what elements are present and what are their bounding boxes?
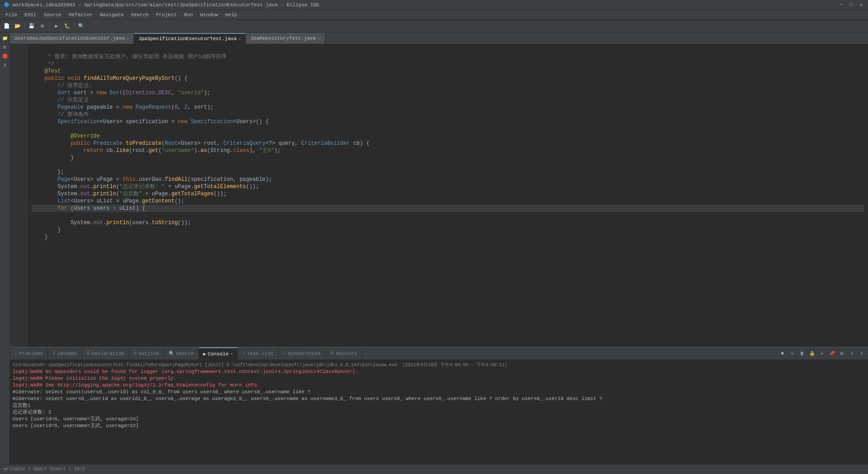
line-numbers [10, 44, 28, 347]
tab-jpaspecification[interactable]: JpaSpecificationExecutorTest.java ✕ [134, 33, 246, 44]
bottom-tab-search[interactable]: 🔍 Search [164, 347, 199, 360]
console-user-line-1: Users [userid=6, username=王武, userage=24… [13, 416, 865, 423]
status-bar: Writable | Smart Insert | 29:5 [0, 464, 868, 474]
open-button[interactable]: 📂 [13, 21, 23, 31]
bottom-tab-label-search: Search [176, 351, 194, 356]
close-button[interactable]: ✕ [858, 2, 864, 8]
declaration-icon: D [87, 351, 90, 356]
close-tab-usersdao[interactable]: ✕ [126, 36, 129, 41]
console-output: <terminated> JpaSpecificationExecutorTes… [10, 360, 868, 464]
editor-area: UsersDaoJpaSpecificationExecutor.java ✕ … [10, 32, 868, 464]
maximize-button[interactable]: □ [848, 2, 854, 8]
console-icon: ▶ [203, 351, 206, 357]
clear-button[interactable]: 🗑 [798, 349, 807, 358]
menu-item-source[interactable]: Source [40, 10, 65, 19]
bottom-tab-console[interactable]: ▶ Console ✕ [199, 347, 238, 360]
bottom-tab-label-console: Console [208, 351, 229, 357]
bottom-tab-history[interactable]: ⏱ History [325, 347, 362, 360]
menu-item-file[interactable]: File [2, 10, 21, 19]
maximize-panel-button[interactable]: ⬆ [847, 349, 856, 358]
console-warn-line-3: log4j:WARN See http://logging.apache.org… [13, 382, 865, 389]
bottom-tab-bar: ⚠ Problems J Javadoc D Declaration ≡ Out… [10, 347, 868, 360]
title-text: workSpaces_idea202003 - SpringDataJpa/sr… [13, 2, 838, 8]
menu-item-help[interactable]: Help [222, 10, 240, 19]
console-hibernate-line-1: Hibernate: select count(users0_.userid) … [13, 389, 865, 396]
package-explorer-icon[interactable]: 📁 [1, 34, 9, 42]
console-terminated-line: <terminated> JpaSpecificationExecutorTes… [13, 362, 865, 368]
menu-item-project[interactable]: Project [152, 10, 180, 19]
menu-item-search[interactable]: Search [127, 10, 152, 19]
menu-bar: FileEditSourceRefactorNavigateSearchProj… [0, 10, 868, 20]
menu-item-navigate[interactable]: Navigate [96, 10, 127, 19]
bottom-tab-label-problems: Problems [19, 351, 43, 356]
problems-icon: ⚠ [14, 351, 17, 356]
bottom-panel: ⚠ Problems J Javadoc D Declaration ≡ Out… [10, 347, 868, 464]
main-area: 📁 ⚙ 🔴 V UsersDaoJpaSpecificationExecutor… [0, 32, 868, 464]
editor-tab-bar: UsersDaoJpaSpecificationExecutor.java ✕ … [10, 32, 868, 44]
tab-label-usersdao: UsersDaoJpaSpecificationExecutor.java [14, 36, 125, 41]
synchronize-icon: ↔ [283, 351, 286, 356]
menu-item-edit[interactable]: Edit [21, 10, 40, 19]
history-icon: ⏱ [330, 351, 334, 356]
debug-button[interactable]: 🐛 [62, 21, 72, 31]
close-tab-jpaspecification[interactable]: ✕ [239, 37, 241, 41]
minimize-panel-button[interactable]: ⬇ [857, 349, 866, 358]
bottom-tab-problems[interactable]: ⚠ Problems [10, 347, 48, 360]
toolbar-separator-2 [49, 23, 50, 30]
remove-button[interactable]: ✕ [788, 349, 797, 358]
pin-button[interactable]: 📌 [827, 349, 836, 358]
scroll-lock-button[interactable]: 🔒 [808, 349, 817, 358]
console-total-line: 总记录记录数: 2 [13, 409, 865, 416]
hierarchy-icon[interactable]: ⚙ [1, 43, 9, 51]
tab-jparepository[interactable]: JpaRepositoryTest.java ✕ [246, 33, 325, 44]
bottom-tab-label-tasklist: Task List [247, 351, 273, 356]
app-icon: 🔷 [4, 2, 10, 8]
bottom-tab-tasklist[interactable]: ✓ Task List [238, 347, 278, 360]
title-bar: 🔷 workSpaces_idea202003 - SpringDataJpa/… [0, 0, 868, 10]
menu-item-window[interactable]: Window [197, 10, 222, 19]
variables-icon[interactable]: V [1, 61, 9, 69]
save-button[interactable]: 💾 [27, 21, 37, 31]
window-controls[interactable]: ─ □ ✕ [838, 2, 864, 8]
close-console-tab[interactable]: ✕ [231, 351, 233, 356]
menu-item-refactor[interactable]: Refactor [65, 10, 96, 19]
console-user-line-2: Users [userid=5, username=王武, userage=22… [13, 423, 865, 429]
code-editor[interactable]: * 需求: 查询数据库在王处用户, 做分页处理 并且根据 用户id倒序排序 */… [10, 44, 868, 347]
status-text: Writable | Smart Insert | 29:5 [4, 467, 85, 472]
console-view-button[interactable]: ⊞ [837, 349, 846, 358]
bottom-tab-label-javadoc: Javadoc [57, 351, 78, 356]
tasklist-icon: ✓ [242, 351, 245, 356]
console-warn-line-2: log4j:WARN Please initialize the log4j s… [13, 375, 865, 382]
tab-usersdao[interactable]: UsersDaoJpaSpecificationExecutor.java ✕ [10, 33, 134, 44]
tab-label-jparepository: JpaRepositoryTest.java [250, 36, 316, 41]
code-content[interactable]: * 需求: 查询数据库在王处用户, 做分页处理 并且根据 用户id倒序排序 */… [28, 44, 868, 347]
bottom-tab-label-history: History [336, 351, 357, 356]
bottom-tab-label-declaration: Declaration [92, 351, 125, 356]
bottom-tab-synchronize[interactable]: ↔ Synchronize [279, 347, 326, 360]
terminate-button[interactable]: ■ [778, 349, 787, 358]
bottom-panel-controls: ■ ✕ 🗑 🔒 ↩ 📌 ⊞ ⬆ ⬇ [778, 349, 868, 358]
word-wrap-button[interactable]: ↩ [817, 349, 826, 358]
new-button[interactable]: 📄 [2, 21, 12, 31]
console-pages-line: 总页数1 [13, 402, 865, 409]
bottom-tab-javadoc[interactable]: J Javadoc [48, 347, 83, 360]
breakpoints-icon[interactable]: 🔴 [1, 52, 9, 60]
toolbar-separator-1 [24, 23, 25, 30]
bottom-tab-label-outline: Outline [139, 351, 159, 356]
bottom-tab-outline[interactable]: ≡ Outline [129, 347, 164, 360]
javadoc-icon: J [52, 351, 55, 356]
bottom-tabs-row: ⚠ Problems J Javadoc D Declaration ≡ Out… [10, 347, 778, 360]
save-all-button[interactable]: ⊞ [37, 21, 47, 31]
search-button[interactable]: 🔍 [76, 21, 86, 31]
toolbar-separator-3 [74, 23, 74, 30]
bottom-tab-declaration[interactable]: D Declaration [83, 347, 129, 360]
search-icon: 🔍 [169, 351, 174, 356]
menu-item-run[interactable]: Run [180, 10, 197, 19]
minimize-button[interactable]: ─ [838, 2, 845, 8]
outline-icon: ≡ [134, 351, 137, 356]
run-button[interactable]: ▶ [51, 21, 61, 31]
console-warn-line-1: log4j:WARN No appenders could be found f… [13, 368, 865, 375]
tab-label-jpaspecification: JpaSpecificationExecutorTest.java [139, 36, 237, 41]
console-hibernate-line-2: Hibernate: select users0_.userid as user… [13, 396, 865, 402]
close-tab-jparepository[interactable]: ✕ [318, 36, 320, 41]
